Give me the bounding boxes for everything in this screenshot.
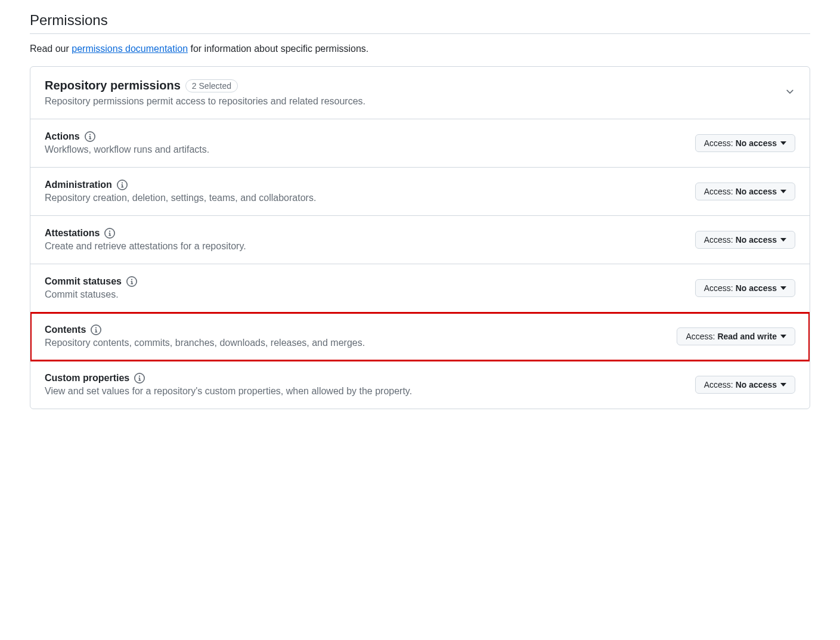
permissions-docs-link[interactable]: permissions documentation (72, 44, 188, 54)
info-icon[interactable] (85, 131, 95, 142)
permission-description: Repository creation, deletion, settings,… (45, 193, 316, 203)
caret-down-icon (780, 237, 786, 243)
permission-row: ContentsRepository contents, commits, br… (30, 313, 810, 361)
caret-down-icon (780, 140, 786, 146)
caret-down-icon (780, 333, 786, 339)
access-dropdown[interactable]: Access: No access (695, 376, 795, 394)
permissions-box: Repository permissions 2 Selected Reposi… (30, 66, 810, 409)
access-dropdown[interactable]: Access: No access (695, 134, 795, 152)
permission-name: Commit statuses (45, 276, 122, 287)
access-dropdown[interactable]: Access: Read and write (677, 327, 795, 345)
info-icon[interactable] (117, 180, 128, 190)
permission-name-row: Contents (45, 324, 365, 335)
access-dropdown[interactable]: Access: No access (695, 279, 795, 297)
permission-name-row: Attestations (45, 228, 246, 239)
chevron-down-icon (785, 86, 795, 100)
permission-name: Custom properties (45, 373, 129, 384)
intro-suffix: for information about specific permissio… (188, 44, 368, 54)
caret-down-icon (780, 382, 786, 388)
permission-name: Contents (45, 324, 86, 335)
permission-description: Repository contents, commits, branches, … (45, 338, 365, 348)
info-icon[interactable] (104, 228, 115, 239)
permission-description: Commit statuses. (45, 289, 137, 300)
access-label: Access: (686, 332, 715, 341)
permission-row: AdministrationRepository creation, delet… (30, 168, 810, 216)
access-value: Read and write (717, 332, 777, 341)
access-dropdown[interactable]: Access: No access (695, 183, 795, 200)
permission-row: ActionsWorkflows, workflow runs and arti… (30, 119, 810, 168)
permission-name-row: Actions (45, 131, 209, 142)
selected-count-badge: 2 Selected (185, 79, 238, 92)
access-value: No access (736, 283, 777, 293)
caret-down-icon (780, 188, 786, 194)
permission-row-left: Custom propertiesView and set values for… (45, 373, 412, 397)
access-label: Access: (704, 138, 733, 148)
header-left: Repository permissions 2 Selected Reposi… (45, 79, 365, 107)
permission-description: Workflows, workflow runs and artifacts. (45, 144, 209, 155)
permission-row: Custom propertiesView and set values for… (30, 361, 810, 409)
permission-name-row: Administration (45, 180, 316, 190)
permission-name: Administration (45, 180, 112, 190)
repository-permissions-header[interactable]: Repository permissions 2 Selected Reposi… (30, 67, 810, 119)
access-label: Access: (704, 235, 733, 245)
access-value: No access (736, 235, 777, 245)
permission-row-left: Commit statusesCommit statuses. (45, 276, 137, 300)
access-value: No access (736, 380, 777, 389)
header-title-row: Repository permissions 2 Selected (45, 79, 365, 92)
access-label: Access: (704, 380, 733, 389)
permission-row-left: ActionsWorkflows, workflow runs and arti… (45, 131, 209, 155)
permission-description: Create and retrieve attestations for a r… (45, 241, 246, 252)
info-icon[interactable] (134, 373, 145, 384)
access-dropdown[interactable]: Access: No access (695, 231, 795, 249)
page-title: Permissions (30, 12, 810, 34)
access-label: Access: (704, 283, 733, 293)
access-value: No access (736, 138, 777, 148)
permission-description: View and set values for a repository's c… (45, 386, 412, 397)
intro-text: Read our permissions documentation for i… (30, 44, 810, 54)
permission-row: AttestationsCreate and retrieve attestat… (30, 216, 810, 264)
permission-name-row: Commit statuses (45, 276, 137, 287)
permission-row-left: ContentsRepository contents, commits, br… (45, 324, 365, 348)
section-description: Repository permissions permit access to … (45, 96, 365, 107)
access-value: No access (736, 187, 777, 196)
info-icon[interactable] (91, 324, 101, 335)
section-title: Repository permissions (45, 79, 181, 92)
caret-down-icon (780, 285, 786, 291)
permission-row-left: AdministrationRepository creation, delet… (45, 180, 316, 203)
access-label: Access: (704, 187, 733, 196)
permission-name: Attestations (45, 228, 100, 239)
info-icon[interactable] (126, 276, 137, 287)
permission-name-row: Custom properties (45, 373, 412, 384)
permission-row: Commit statusesCommit statuses.Access: N… (30, 264, 810, 313)
permission-name: Actions (45, 131, 80, 142)
permission-row-left: AttestationsCreate and retrieve attestat… (45, 228, 246, 252)
intro-prefix: Read our (30, 44, 72, 54)
